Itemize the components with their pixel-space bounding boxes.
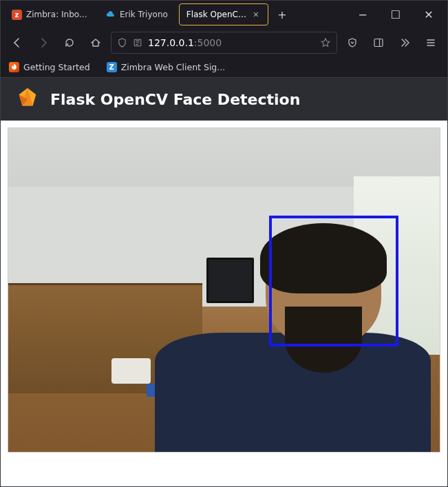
back-icon: [12, 37, 23, 48]
new-tab-button[interactable]: +: [273, 5, 292, 24]
bookmarks-bar: Getting Started Z Zimbra Web Client Sig.…: [1, 57, 447, 78]
menu-button[interactable]: [420, 32, 442, 54]
forward-icon: [38, 37, 49, 48]
back-button[interactable]: [6, 32, 28, 54]
browser-window: z Zimbra: Inbox (1 Erik Triyono Flask Op…: [0, 0, 448, 487]
bookmark-label: Getting Started: [23, 62, 90, 72]
maximize-button[interactable]: ☐: [381, 3, 410, 25]
minimize-icon: −: [358, 8, 367, 21]
close-icon[interactable]: ✕: [251, 10, 261, 19]
window-controls: − ☐ ✕: [348, 3, 443, 25]
plus-icon: +: [277, 8, 286, 21]
app-logo: [14, 86, 41, 112]
shield-icon: [117, 38, 127, 48]
tab-label: Zimbra: Inbox (1: [26, 10, 87, 19]
reload-icon: [64, 37, 75, 48]
hamburger-icon: [425, 37, 436, 48]
tab-label: Flask OpenCV Fac: [186, 10, 247, 19]
reload-button[interactable]: [58, 32, 81, 54]
bookmark-star-icon[interactable]: [320, 37, 331, 48]
titlebar: z Zimbra: Inbox (1 Erik Triyono Flask Op…: [1, 1, 447, 28]
sidebar-button[interactable]: [367, 32, 390, 54]
url-security-icons: [117, 38, 142, 48]
maximize-icon: ☐: [391, 8, 401, 21]
bookmark-label: Zimbra Web Client Sig...: [121, 62, 226, 72]
home-button[interactable]: [85, 32, 107, 54]
pocket-icon: [347, 37, 358, 48]
forward-button[interactable]: [32, 32, 54, 54]
face-detection-box: [269, 216, 398, 346]
favicon-zimbra: z: [12, 10, 22, 20]
tab-zimbra[interactable]: z Zimbra: Inbox (1: [5, 3, 94, 25]
app-header: Flask OpenCV Face Detection: [1, 78, 447, 121]
page-info-icon: [133, 38, 142, 48]
content-area: [1, 121, 447, 459]
favicon-cloud: [105, 10, 116, 20]
close-icon: ✕: [424, 8, 433, 21]
page-content: Flask OpenCV Face Detection: [1, 78, 447, 486]
close-window-button[interactable]: ✕: [414, 3, 443, 25]
minimize-button[interactable]: −: [348, 3, 377, 25]
video-feed: [8, 127, 440, 453]
bookmark-getting-started[interactable]: Getting Started: [6, 60, 93, 74]
url-path: :5000: [194, 37, 222, 48]
svg-rect-1: [374, 39, 383, 47]
navbar: 127.0.0.1:5000: [1, 28, 447, 57]
tab-flask-opencv[interactable]: Flask OpenCV Fac ✕: [179, 3, 268, 25]
chevron-double-right-icon: [399, 37, 410, 48]
tab-erik[interactable]: Erik Triyono: [98, 3, 175, 25]
url-action-icons: [320, 37, 331, 48]
home-icon: [90, 37, 101, 48]
sidebar-icon: [373, 37, 384, 48]
pocket-button[interactable]: [341, 32, 363, 54]
url-domain: 127.0.0.1: [148, 37, 194, 48]
zimbra-icon: Z: [107, 62, 117, 72]
tab-strip: z Zimbra: Inbox (1 Erik Triyono Flask Op…: [5, 3, 344, 25]
firefox-icon: [9, 62, 19, 72]
url-text: 127.0.0.1:5000: [148, 37, 314, 48]
bookmark-zimbra[interactable]: Z Zimbra Web Client Sig...: [104, 60, 228, 74]
tab-label: Erik Triyono: [120, 10, 168, 19]
url-bar[interactable]: 127.0.0.1:5000: [111, 32, 337, 54]
page-title: Flask OpenCV Face Detection: [50, 91, 300, 108]
overflow-button[interactable]: [394, 32, 416, 54]
